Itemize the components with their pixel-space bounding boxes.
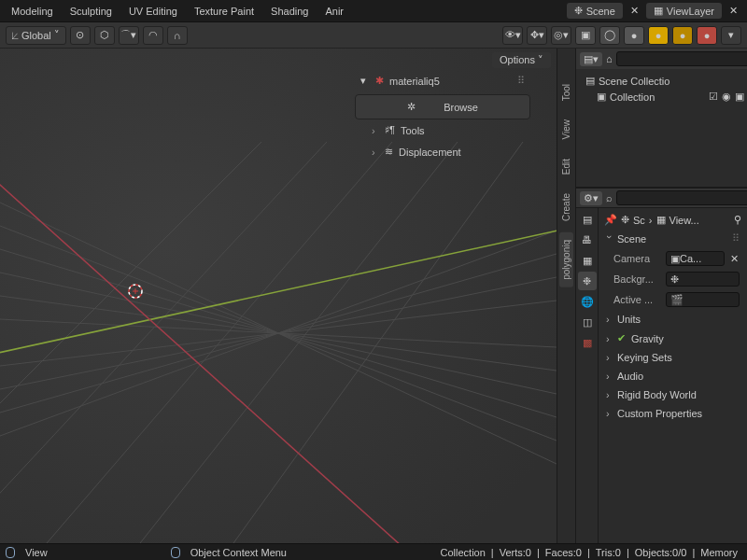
snap-toggle[interactable]: ⬡ bbox=[94, 26, 115, 45]
shading-rendered[interactable]: ● bbox=[672, 26, 693, 45]
chevron-right-icon: › bbox=[606, 408, 613, 419]
properties-panel: 📌 ❉ Sc › ▦ View... ⚲ › Scene ⠿ Camera ▣ bbox=[599, 208, 747, 543]
panel-menu-icon[interactable]: ⠿ bbox=[517, 75, 525, 87]
npanel-tab-create[interactable]: Create bbox=[559, 186, 573, 229]
status-memory: Memory bbox=[697, 547, 741, 558]
exclude-toggle[interactable]: ☑ bbox=[708, 91, 719, 103]
shading-wireframe[interactable]: ◯ bbox=[599, 26, 620, 45]
tab-world[interactable]: 🌐 bbox=[578, 292, 597, 311]
chevron-right-icon: › bbox=[606, 333, 613, 344]
browse-label: Browse bbox=[444, 102, 478, 113]
viewlayer-close-button[interactable]: ✕ bbox=[726, 5, 741, 17]
breadcrumb-scene[interactable]: Sc bbox=[633, 215, 645, 226]
options-dropdown[interactable]: Options ˅ bbox=[492, 52, 551, 68]
outliner: ▤▾ ⌂ ▽ ▤ Scene Collectio ▣ Collection ☑ … bbox=[576, 49, 747, 188]
tab-render[interactable]: ▤ bbox=[578, 210, 597, 229]
clear-button[interactable]: ✕ bbox=[728, 253, 740, 265]
outliner-scene-collection[interactable]: ▤ Scene Collectio bbox=[578, 73, 745, 89]
outline-nav-icon[interactable]: ⌂ bbox=[606, 53, 613, 64]
outliner-root-label: Scene Collectio bbox=[599, 76, 669, 87]
workspace-tab-animation[interactable]: Anir bbox=[319, 3, 349, 20]
npanel-tab-tool[interactable]: Tool bbox=[559, 77, 573, 108]
status-faces: Faces:0 bbox=[542, 547, 585, 558]
npanel-tab-edit[interactable]: Edit bbox=[559, 151, 573, 182]
tab-output[interactable]: 🖶 bbox=[578, 231, 597, 249]
scene-panel-header[interactable]: › Scene ⠿ bbox=[602, 230, 743, 247]
mouse-left-icon bbox=[6, 547, 15, 558]
properties-mode-dropdown[interactable]: ⚙▾ bbox=[580, 191, 602, 205]
viewport-3d[interactable]: Options ˅ ▾ ✱ materialiq5 ⠿ ✲ Browse › ♯… bbox=[0, 49, 557, 543]
pin-toggle[interactable]: ⚲ bbox=[734, 214, 741, 226]
properties-tab-strip: ▤ 🖶 ▦ ❉ 🌐 ◫ ▩ bbox=[576, 208, 599, 543]
units-panel-header[interactable]: › Units bbox=[602, 311, 743, 328]
active-label: Active ... bbox=[613, 294, 662, 305]
scene-close-button[interactable]: ✕ bbox=[627, 5, 642, 17]
properties-search-input[interactable] bbox=[616, 190, 747, 205]
chevron-right-icon: › bbox=[606, 371, 613, 382]
workspace-tab-sculpting[interactable]: Sculpting bbox=[64, 3, 118, 20]
tab-texture[interactable]: ▩ bbox=[578, 333, 597, 352]
scene-selector[interactable]: ❉ Scene bbox=[567, 3, 623, 19]
browse-button[interactable]: ✲ Browse bbox=[355, 94, 530, 119]
customprops-panel-header[interactable]: › Custom Properties bbox=[602, 405, 743, 422]
addon-tools-section[interactable]: › ♯¶ Tools bbox=[355, 119, 530, 141]
properties-breadcrumb: 📌 ❉ Sc › ▦ View... ⚲ bbox=[602, 212, 743, 228]
chevron-down-icon: › bbox=[604, 235, 615, 243]
outliner-header: ▤▾ ⌂ ▽ bbox=[576, 49, 747, 69]
search-icon: ⌕ bbox=[606, 192, 613, 203]
shading-solid[interactable]: ● bbox=[624, 26, 644, 45]
overlay-dropdown[interactable]: ◎▾ bbox=[551, 26, 571, 45]
outliner-search-input[interactable] bbox=[616, 51, 747, 66]
chevron-right-icon: › bbox=[606, 314, 613, 325]
breadcrumb-layer[interactable]: View... bbox=[669, 215, 699, 226]
chevron-right-icon: › bbox=[606, 352, 613, 363]
background-label: Backgr... bbox=[613, 273, 662, 285]
outliner-collection-row[interactable]: ▣ Collection ☑ ◉ ▣ bbox=[578, 89, 745, 105]
npanel-tab-polygoniq[interactable]: polygoniq bbox=[559, 232, 573, 287]
orientation-label: Global bbox=[21, 30, 51, 41]
shading-dropdown[interactable]: ▾ bbox=[721, 26, 741, 45]
snap-dropdown[interactable]: ⌒▾ bbox=[119, 26, 139, 45]
npanel-tab-view[interactable]: View bbox=[559, 112, 573, 147]
render-toggle[interactable]: ▣ bbox=[734, 91, 745, 103]
tab-viewlayer[interactable]: ▦ bbox=[578, 251, 597, 270]
workspace-tab-texturepaint[interactable]: Texture Paint bbox=[189, 3, 260, 20]
rigidbody-panel-header[interactable]: › Rigid Body World bbox=[602, 386, 743, 403]
proportional-edit-toggle[interactable]: ◠ bbox=[143, 26, 163, 45]
proportional-falloff-dropdown[interactable]: ∩ bbox=[167, 26, 188, 45]
xray-toggle[interactable]: ▣ bbox=[575, 26, 596, 45]
keying-panel-header[interactable]: › Keying Sets bbox=[602, 349, 743, 366]
outliner-mode-dropdown[interactable]: ▤▾ bbox=[580, 52, 602, 66]
properties-header: ⚙▾ ⌕ bbox=[576, 188, 747, 208]
audio-panel-header[interactable]: › Audio bbox=[602, 368, 743, 385]
units-label: Units bbox=[617, 314, 641, 325]
customprops-label: Custom Properties bbox=[617, 408, 702, 419]
workspace-tab-modeling[interactable]: Modeling bbox=[6, 3, 59, 20]
viewlayer-selector[interactable]: ▦ ViewLayer bbox=[646, 3, 722, 19]
tab-scene[interactable]: ❉ bbox=[578, 272, 597, 290]
workspace-tab-uvediting[interactable]: UV Editing bbox=[123, 3, 183, 20]
active-clip-input[interactable]: 🎬 bbox=[666, 292, 740, 307]
tab-object[interactable]: ◫ bbox=[578, 313, 597, 331]
visibility-toggle[interactable]: ◉ bbox=[721, 91, 732, 103]
keying-label: Keying Sets bbox=[617, 352, 672, 363]
gizmo-dropdown[interactable]: ✥▾ bbox=[527, 26, 547, 45]
clip-icon: 🎬 bbox=[670, 294, 684, 306]
pivot-dropdown[interactable]: ⊙ bbox=[70, 26, 91, 45]
audio-label: Audio bbox=[617, 371, 643, 382]
camera-input[interactable]: ▣ Ca... bbox=[666, 251, 725, 266]
addon-displacement-section[interactable]: › ≋ Displacement bbox=[355, 141, 530, 162]
chevron-right-icon: › bbox=[649, 215, 653, 226]
check-icon[interactable]: ✔ bbox=[617, 332, 626, 344]
pin-icon[interactable]: 📌 bbox=[604, 214, 617, 226]
background-input[interactable]: ❉ bbox=[666, 272, 740, 287]
workspace-tab-shading[interactable]: Shading bbox=[265, 3, 314, 20]
shading-extra[interactable]: ● bbox=[697, 26, 717, 45]
panel-menu-icon[interactable]: ⠿ bbox=[732, 232, 740, 245]
chevron-right-icon: › bbox=[372, 147, 379, 158]
gravity-panel-header[interactable]: › ✔ Gravity bbox=[602, 329, 743, 347]
addon-panel-header[interactable]: ▾ ✱ materialiq5 ⠿ bbox=[355, 71, 530, 91]
orientation-dropdown[interactable]: ⟀ Global ˅ bbox=[6, 26, 66, 45]
shading-preview[interactable]: ● bbox=[648, 26, 669, 45]
visibility-dropdown[interactable]: 👁▾ bbox=[502, 26, 523, 45]
